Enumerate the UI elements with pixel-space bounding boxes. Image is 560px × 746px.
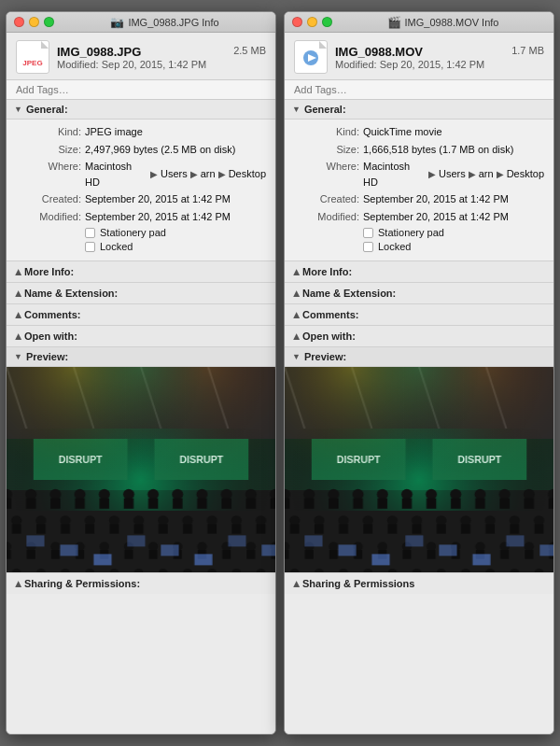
file-header: IMG_0988.MOV1.7 MBModified: Sep 20, 2015… [285,33,553,80]
preview-label: Preview: [304,351,346,362]
sharing-section-header[interactable]: ▶Sharing & Permissions: [7,573,275,594]
section-triangle-icon: ▶ [291,269,301,275]
path-part: arn [201,166,216,182]
preview-triangle-icon: ▼ [292,352,301,361]
created-row: Created:September 20, 2015 at 1:42 PM [305,191,544,207]
section-label: Open with: [302,331,356,342]
sharing-label: Sharing & Permissions [302,578,414,589]
kind-label: Kind: [305,124,359,140]
general-section-header[interactable]: ▼General: [285,100,553,120]
scroll-area[interactable]: ▼General:Kind:QuickTime movieSize:1,666,… [285,100,553,734]
section-3[interactable]: ▶Open with: [7,326,275,347]
stationery-checkbox[interactable] [85,228,95,238]
created-row: Created:September 20, 2015 at 1:42 PM [27,191,266,207]
preview-section: ▼Preview: [7,347,275,573]
jpg-window: 📷IMG_0988.JPG InfoJPEGIMG_0988.JPG2.5 MB… [6,11,276,735]
modified-label: Modified: [27,209,81,225]
stationery-row: Stationery pad [85,227,266,238]
stationery-checkbox[interactable] [363,228,373,238]
general-label: General: [26,104,68,115]
section-triangle-icon: ▶ [13,290,22,297]
scroll-area[interactable]: ▼General:Kind:JPEG imageSize:2,497,969 b… [7,100,275,734]
kind-row: Kind:JPEG image [27,124,266,140]
file-type-icon: JPEG [16,40,49,74]
sharing-triangle-icon: ▶ [13,581,22,587]
mov-window: 🎬IMG_0988.MOV Info IMG_0988.MOV1.7 MBMod… [284,11,554,735]
window-title: 📷IMG_0988.JPG Info [62,16,268,29]
tags-input[interactable] [294,84,544,95]
stationery-label: Stationery pad [378,227,444,238]
general-triangle-icon: ▼ [14,105,22,114]
kind-row: Kind:QuickTime movie [305,124,544,140]
file-name-info: IMG_0988.MOV1.7 MBModified: Sep 20, 2015… [335,45,544,70]
locked-checkbox[interactable] [363,242,373,252]
file-header: JPEGIMG_0988.JPG2.5 MBModified: Sep 20, … [7,33,275,80]
path-part: Users [161,166,188,182]
sharing-section-header[interactable]: ▶Sharing & Permissions [285,573,553,594]
path-arrow: ▶ [150,167,158,181]
title-file-icon: 🎬 [387,16,401,29]
modified-row: Modified:September 20, 2015 at 1:42 PM [305,209,544,225]
tags-input[interactable] [16,84,266,95]
size-label: Size: [27,142,81,158]
where-value: Macintosh HD ▶ Users ▶ arn ▶ Desktop [85,159,266,190]
section-triangle-icon: ▶ [291,333,301,340]
locked-checkbox[interactable] [85,242,95,252]
section-triangle-icon: ▶ [13,333,22,340]
kind-value: JPEG image [85,124,266,140]
size-label: Size: [305,142,359,158]
preview-image [7,367,275,572]
created-label: Created: [305,191,359,207]
modified-value: September 20, 2015 at 1:42 PM [85,209,266,225]
traffic-lights [14,17,54,27]
tags-bar[interactable] [285,80,553,100]
file-type-icon [294,40,328,74]
close-button[interactable] [292,17,302,27]
section-0[interactable]: ▶More Info: [285,261,553,283]
section-triangle-icon: ▶ [13,269,22,275]
traffic-lights [292,17,332,27]
general-content: Kind:JPEG imageSize:2,497,969 bytes (2.5… [7,120,275,261]
maximize-button[interactable] [44,17,54,27]
created-value: September 20, 2015 at 1:42 PM [363,191,544,207]
section-1[interactable]: ▶Name & Extension: [7,283,275,304]
locked-label: Locked [100,241,133,252]
preview-canvas [285,367,553,572]
kind-label: Kind: [27,124,81,140]
path-part: Macintosh HD [85,159,147,190]
minimize-button[interactable] [29,17,39,27]
section-triangle-icon: ▶ [13,312,22,318]
section-0[interactable]: ▶More Info: [7,261,275,283]
preview-canvas [7,367,275,572]
tags-bar[interactable] [7,80,275,100]
preview-section-header[interactable]: ▼Preview: [285,347,553,367]
stationery-row: Stationery pad [363,227,544,238]
path-part: Desktop [229,166,266,182]
section-3[interactable]: ▶Open with: [285,326,553,347]
where-label: Where: [27,159,81,190]
general-section-header[interactable]: ▼General: [7,100,275,120]
file-modified: Modified: Sep 20, 2015, 1:42 PM [335,59,544,70]
general-label: General: [304,104,346,115]
path-part: Users [439,166,466,182]
minimize-button[interactable] [307,17,317,27]
preview-image [285,367,553,572]
maximize-button[interactable] [322,17,332,27]
title-file-icon: 📷 [110,16,124,29]
section-2[interactable]: ▶Comments: [285,304,553,326]
file-size: 1.7 MB [511,45,544,56]
path-part: arn [479,166,494,182]
preview-section-header[interactable]: ▼Preview: [7,347,275,367]
close-button[interactable] [14,17,24,27]
created-label: Created: [27,191,81,207]
path-arrow: ▶ [218,167,226,181]
preview-section: ▼Preview: [285,347,553,573]
stationery-label: Stationery pad [100,227,166,238]
section-triangle-icon: ▶ [291,290,301,297]
size-row: Size:2,497,969 bytes (2.5 MB on disk) [27,142,266,158]
section-2[interactable]: ▶Comments: [7,304,275,326]
section-1[interactable]: ▶Name & Extension: [285,283,553,304]
file-size: 2.5 MB [233,45,266,56]
title-bar: 📷IMG_0988.JPG Info [7,12,275,33]
sharing-label: Sharing & Permissions: [24,578,140,589]
